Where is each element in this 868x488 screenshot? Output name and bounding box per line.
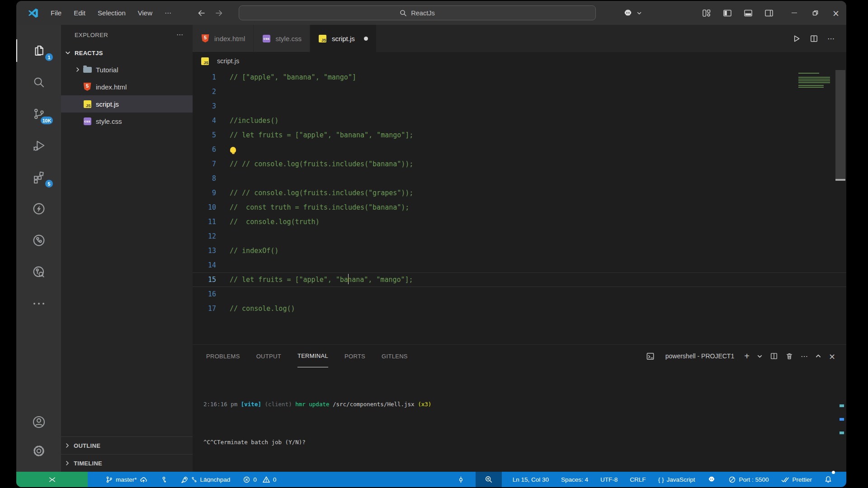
activity-gitlens-search[interactable] <box>16 256 61 288</box>
html-file-icon: 5 <box>201 34 210 43</box>
tab-terminal[interactable]: TERMINAL <box>297 345 328 367</box>
panel-more-icon[interactable]: ⋯ <box>801 352 808 361</box>
code-line-9[interactable]: 9// // console.log(fruits.includes("grap… <box>193 186 846 200</box>
code-line-17[interactable]: 17// console.log() <box>193 301 846 316</box>
code-line-6[interactable]: 6 <box>193 142 846 157</box>
html-file-icon: 5 <box>83 82 92 91</box>
split-terminal-icon[interactable] <box>770 352 778 360</box>
toggle-panel-icon[interactable] <box>743 8 753 18</box>
activity-thunder-client[interactable] <box>16 193 61 225</box>
code-line-14[interactable]: 14 <box>193 258 846 272</box>
commit-graph-icon <box>160 476 168 483</box>
kill-terminal-icon[interactable] <box>785 352 793 360</box>
tab-script-js[interactable]: script.js <box>310 25 377 52</box>
chevron-down-icon <box>65 50 71 56</box>
text-cursor <box>348 274 349 284</box>
code-line-5[interactable]: 5// let fruits = ["apple", "banana", "ma… <box>193 128 846 142</box>
lightbulb-icon[interactable] <box>230 147 236 153</box>
menu-edit[interactable]: Edit <box>74 9 85 17</box>
code-line-12[interactable]: 12 <box>193 229 846 244</box>
tab-ports[interactable]: PORTS <box>344 345 365 367</box>
minimize-button[interactable] <box>784 1 805 25</box>
search-icon <box>400 9 407 17</box>
menu-view[interactable]: View <box>138 9 152 17</box>
activity-search[interactable] <box>16 66 61 98</box>
tab-label: style.css <box>275 35 302 42</box>
explorer-more-icon[interactable]: ⋯ <box>176 31 184 39</box>
line-number: 14 <box>193 258 216 272</box>
maximize-panel-icon[interactable] <box>815 353 821 359</box>
code-line-1[interactable]: 1// ["apple", "banana", "mango"] <box>193 70 846 84</box>
code-line-16[interactable]: 16 <box>193 287 846 301</box>
run-debug-icon <box>32 139 46 152</box>
tree-item-script-js[interactable]: script.js <box>61 95 193 113</box>
close-button[interactable]: × <box>826 1 846 25</box>
code-text: // console.log(truth) <box>230 215 320 229</box>
tree-item-style-css[interactable]: css style.css <box>61 113 193 130</box>
code-line-15[interactable]: 15// let fruits = ["apple", "banana", "m… <box>193 272 846 287</box>
tree-item-index-html[interactable]: 5 index.html <box>61 78 193 95</box>
menu-file[interactable]: File <box>51 9 61 17</box>
activity-extensions[interactable]: 5 <box>16 161 61 193</box>
code-line-7[interactable]: 7// // console.log(fruits.includes("bana… <box>193 157 846 171</box>
activity-explorer[interactable]: 1 <box>16 35 61 66</box>
forward-arrow-icon[interactable] <box>214 9 223 18</box>
tab-problems[interactable]: PROBLEMS <box>206 345 240 367</box>
command-center-search[interactable]: ReactJs <box>239 5 596 20</box>
code-line-11[interactable]: 11// console.log(truth) <box>193 215 846 229</box>
tree-item-tutorial[interactable]: Tutorial <box>61 61 193 78</box>
code-line-13[interactable]: 13// indexOf() <box>193 244 846 258</box>
code-line-10[interactable]: 10// const truth = fruits.includes("bana… <box>193 200 846 215</box>
settings-button[interactable] <box>16 436 61 465</box>
run-code-icon[interactable] <box>792 34 801 43</box>
terminal-output[interactable]: 2:16:16 pm [vite] (client) hmr update /s… <box>193 367 846 487</box>
breadcrumb-file: script.js <box>217 57 239 65</box>
activity-commit-graph[interactable] <box>16 225 61 256</box>
activity-more-icon[interactable] <box>16 288 61 319</box>
tab-gitlens[interactable]: GITLENS <box>382 345 408 367</box>
new-terminal-icon[interactable]: + <box>744 352 750 361</box>
terminal-dropdown-icon[interactable] <box>757 353 763 359</box>
restore-button[interactable] <box>805 1 826 25</box>
code-line-2[interactable]: 2 <box>193 84 846 99</box>
code-editor[interactable]: 1// ["apple", "banana", "mango"]234//inc… <box>193 70 846 344</box>
breadcrumb[interactable]: script.js <box>193 52 846 70</box>
activity-source-control[interactable]: 10K <box>16 98 61 130</box>
editor-scrollbar[interactable] <box>835 70 845 180</box>
chevron-right-icon <box>65 443 70 448</box>
vscode-window: File Edit Selection View ⋯ ReactJs <box>16 1 846 487</box>
commit-graph-icon <box>32 233 46 248</box>
close-panel-icon[interactable]: × <box>829 352 835 361</box>
split-editor-icon[interactable] <box>810 34 818 43</box>
project-root-folder[interactable]: REACTJS <box>61 45 193 61</box>
gear-icon <box>32 444 46 458</box>
notifications-button[interactable] <box>823 472 834 487</box>
line-number: 9 <box>193 186 216 200</box>
menu-more-icon[interactable]: ⋯ <box>165 9 172 17</box>
code-line-4[interactable]: 4//includes() <box>193 113 846 128</box>
branch-button[interactable]: master* <box>104 472 149 487</box>
timeline-section[interactable]: TIMELINE <box>61 454 193 472</box>
remote-button[interactable] <box>16 472 88 487</box>
back-arrow-icon[interactable] <box>197 9 206 18</box>
toggle-primary-sidebar-icon[interactable] <box>722 8 732 18</box>
terminal-line: ^C^CTerminate batch job (Y/N)? <box>203 436 846 449</box>
tab-index-html[interactable]: 5 index.html <box>193 25 254 52</box>
modified-dot-icon[interactable] <box>364 37 368 41</box>
tab-style-css[interactable]: css style.css <box>254 25 310 52</box>
gitlens-graph-button[interactable] <box>159 472 169 487</box>
toggle-secondary-sidebar-icon[interactable] <box>764 8 774 18</box>
code-line-3[interactable]: 3 <box>193 99 846 113</box>
code-line-8[interactable]: 8 <box>193 171 846 186</box>
minimap[interactable] <box>798 73 830 89</box>
terminal-session-label[interactable]: powershell - PROJECT1 <box>665 352 735 360</box>
account-button[interactable] <box>16 408 61 436</box>
copilot-button[interactable] <box>623 8 642 19</box>
tab-output[interactable]: OUTPUT <box>256 345 281 367</box>
outline-section[interactable]: OUTLINE <box>61 436 193 454</box>
customize-layout-icon[interactable] <box>702 8 712 18</box>
editor-more-icon[interactable]: ⋯ <box>827 34 835 43</box>
activity-run-debug[interactable] <box>16 130 61 161</box>
menu-selection[interactable]: Selection <box>98 9 126 17</box>
search-value: ReactJs <box>411 9 434 17</box>
